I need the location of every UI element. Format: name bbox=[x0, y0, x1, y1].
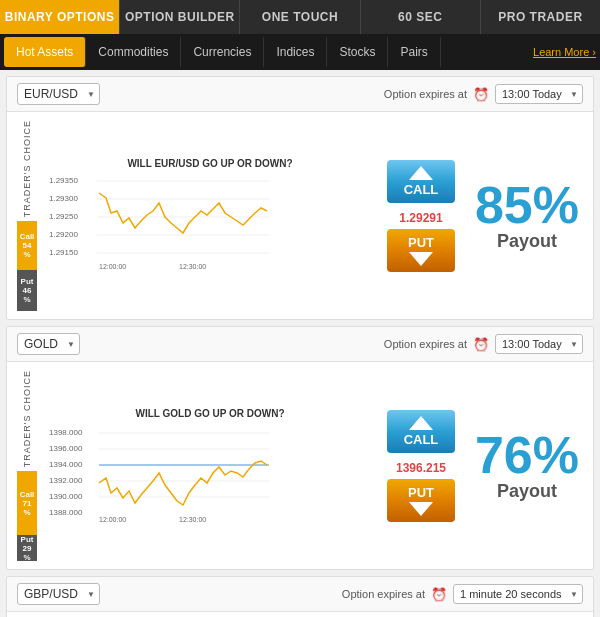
clock-icon-gbp: ⏰ bbox=[431, 587, 447, 602]
tc-put-percent-sign: % bbox=[23, 295, 30, 304]
call-put-gold: CALL 1396.215 PUT bbox=[381, 410, 461, 522]
price-gold: 1396.215 bbox=[396, 461, 446, 475]
put-arrow-down-gold bbox=[409, 502, 433, 516]
tc-call-bar: Call 54 % bbox=[17, 221, 37, 270]
subnav-commodities[interactable]: Commodities bbox=[86, 37, 181, 67]
call-label-gold: CALL bbox=[404, 432, 439, 447]
svg-text:12:00:00: 12:00:00 bbox=[99, 263, 126, 270]
tc-put-bar-gold: Put 29 % bbox=[17, 535, 37, 561]
asset-block-gold: GOLD Option expires at ⏰ 13:00 Today TRA… bbox=[6, 326, 594, 570]
asset-header-eur-usd: EUR/USD Option expires at ⏰ 13:00 Today bbox=[7, 77, 593, 112]
payout-gold: 76% Payout bbox=[467, 429, 587, 502]
traders-choice-bars-gold: Call 71 % Put 29 % bbox=[17, 471, 37, 561]
traders-choice-eur-usd: TRADER'S CHOICE Call 54 % Put 46 % bbox=[13, 120, 41, 311]
expires-label-eur-usd: Option expires at ⏰ 13:00 Today bbox=[384, 84, 583, 104]
tab-pro-trader[interactable]: PRO TRADER bbox=[481, 0, 600, 34]
asset-block-gbp-usd: GBP/USD Option expires at ⏰ 1 minute 20 … bbox=[6, 576, 594, 617]
svg-text:1.29300: 1.29300 bbox=[49, 194, 78, 203]
asset-body-gbp-usd: TRADER'S CHOICE Call 52 % Put 48 % WILL … bbox=[7, 612, 593, 617]
subnav-indices[interactable]: Indices bbox=[264, 37, 327, 67]
tab-one-touch[interactable]: ONE TOUCH bbox=[240, 0, 360, 34]
tc-call-percent-gold: % bbox=[23, 508, 30, 517]
tc-put-label: Put bbox=[21, 277, 34, 286]
tc-call-pct: 54 bbox=[23, 241, 32, 250]
call-arrow-up-icon bbox=[409, 166, 433, 180]
price-eur-usd: 1.29291 bbox=[399, 211, 442, 225]
expires-text-gbp: Option expires at bbox=[342, 588, 425, 600]
expires-label-gold: Option expires at ⏰ 13:00 Today bbox=[384, 334, 583, 354]
traders-choice-label-gold: TRADER'S CHOICE bbox=[22, 370, 32, 467]
svg-text:1.29250: 1.29250 bbox=[49, 212, 78, 221]
svg-text:1394.000: 1394.000 bbox=[49, 460, 83, 469]
svg-text:12:00:00: 12:00:00 bbox=[99, 516, 126, 523]
tab-60-sec[interactable]: 60 SEC bbox=[361, 0, 481, 34]
subnav-pairs[interactable]: Pairs bbox=[388, 37, 440, 67]
tc-call-pct-gold: 71 bbox=[23, 499, 32, 508]
traders-choice-bars: Call 54 % Put 46 % bbox=[17, 221, 37, 311]
traders-choice-gold: TRADER'S CHOICE Call 71 % Put 29 % bbox=[13, 370, 41, 561]
asset-header-gold: GOLD Option expires at ⏰ 13:00 Today bbox=[7, 327, 593, 362]
put-button-gold[interactable]: PUT bbox=[387, 479, 455, 522]
svg-text:1.29200: 1.29200 bbox=[49, 230, 78, 239]
payout-percent-gold: 76% bbox=[467, 429, 587, 481]
chart-svg-gold: 1398.000 1396.000 1394.000 1392.000 1390… bbox=[49, 423, 269, 523]
tc-call-label: Call bbox=[20, 232, 35, 241]
payout-eur-usd: 85% Payout bbox=[467, 179, 587, 252]
put-arrow-down-icon bbox=[409, 252, 433, 266]
subnav-currencies[interactable]: Currencies bbox=[181, 37, 264, 67]
learn-more-link[interactable]: Learn More › bbox=[533, 46, 596, 58]
put-button-eur-usd[interactable]: PUT bbox=[387, 229, 455, 272]
tc-put-pct: 46 bbox=[23, 286, 32, 295]
put-label-gold: PUT bbox=[408, 485, 434, 500]
asset-body-eur-usd: TRADER'S CHOICE Call 54 % Put 46 % WILL … bbox=[7, 112, 593, 319]
chart-eur-usd: WILL EUR/USD GO UP OR DOWN? 1.29350 1.29… bbox=[49, 158, 371, 273]
sub-navigation: Hot Assets Commodities Currencies Indice… bbox=[0, 34, 600, 70]
put-label-eur-usd: PUT bbox=[408, 235, 434, 250]
asset-selector-gbp-usd[interactable]: GBP/USD bbox=[17, 583, 100, 605]
asset-selector-eur-usd[interactable]: EUR/USD bbox=[17, 83, 100, 105]
subnav-hot-assets[interactable]: Hot Assets bbox=[4, 37, 86, 67]
asset-select-gbp[interactable]: GBP/USD bbox=[17, 583, 100, 605]
call-put-eur-usd: CALL 1.29291 PUT bbox=[381, 160, 461, 272]
subnav-stocks[interactable]: Stocks bbox=[327, 37, 388, 67]
svg-text:12:30:00: 12:30:00 bbox=[179, 516, 206, 523]
tab-binary-options[interactable]: BINARY OPTIONS bbox=[0, 0, 120, 34]
call-label-eur-usd: CALL bbox=[404, 182, 439, 197]
tab-option-builder[interactable]: OPTION BUILDER bbox=[120, 0, 240, 34]
tc-put-label-gold: Put bbox=[21, 535, 34, 544]
expires-select[interactable]: 13:00 Today bbox=[495, 84, 583, 104]
chart-svg-eur-usd: 1.29350 1.29300 1.29250 1.29200 1.29150 … bbox=[49, 173, 269, 273]
expires-select-gold[interactable]: 13:00 Today bbox=[495, 334, 583, 354]
svg-text:1.29350: 1.29350 bbox=[49, 176, 78, 185]
clock-icon-gold: ⏰ bbox=[473, 337, 489, 352]
clock-icon: ⏰ bbox=[473, 87, 489, 102]
tc-call-bar-gold: Call 71 % bbox=[17, 471, 37, 535]
asset-select-gold[interactable]: GOLD bbox=[17, 333, 80, 355]
asset-selector-gold[interactable]: GOLD bbox=[17, 333, 80, 355]
traders-choice-label: TRADER'S CHOICE bbox=[22, 120, 32, 217]
tc-put-bar: Put 46 % bbox=[17, 270, 37, 311]
tc-put-pct-gold: 29 bbox=[23, 544, 32, 553]
svg-text:12:30:00: 12:30:00 bbox=[179, 263, 206, 270]
payout-percent-eur-usd: 85% bbox=[467, 179, 587, 231]
svg-text:1.29150: 1.29150 bbox=[49, 248, 78, 257]
svg-text:1388.000: 1388.000 bbox=[49, 508, 83, 517]
top-navigation: BINARY OPTIONS OPTION BUILDER ONE TOUCH … bbox=[0, 0, 600, 34]
tc-call-percent-sign: % bbox=[23, 250, 30, 259]
chart-gold: WILL GOLD GO UP OR DOWN? 1398.000 1396.0… bbox=[49, 408, 371, 523]
tc-put-percent-gold: % bbox=[23, 553, 30, 562]
call-button-eur-usd[interactable]: CALL bbox=[387, 160, 455, 203]
asset-select-input[interactable]: EUR/USD bbox=[17, 83, 100, 105]
payout-label-eur-usd: Payout bbox=[467, 231, 587, 252]
asset-block-eur-usd: EUR/USD Option expires at ⏰ 13:00 Today … bbox=[6, 76, 594, 320]
asset-header-gbp-usd: GBP/USD Option expires at ⏰ 1 minute 20 … bbox=[7, 577, 593, 612]
call-button-gold[interactable]: CALL bbox=[387, 410, 455, 453]
expires-select-gbp[interactable]: 1 minute 20 seconds bbox=[453, 584, 583, 604]
tc-call-label-gold: Call bbox=[20, 490, 35, 499]
payout-label-gold: Payout bbox=[467, 481, 587, 502]
call-arrow-up-gold bbox=[409, 416, 433, 430]
chart-title-gold: WILL GOLD GO UP OR DOWN? bbox=[49, 408, 371, 419]
chart-title-eur-usd: WILL EUR/USD GO UP OR DOWN? bbox=[49, 158, 371, 169]
svg-text:1398.000: 1398.000 bbox=[49, 428, 83, 437]
svg-text:1392.000: 1392.000 bbox=[49, 476, 83, 485]
